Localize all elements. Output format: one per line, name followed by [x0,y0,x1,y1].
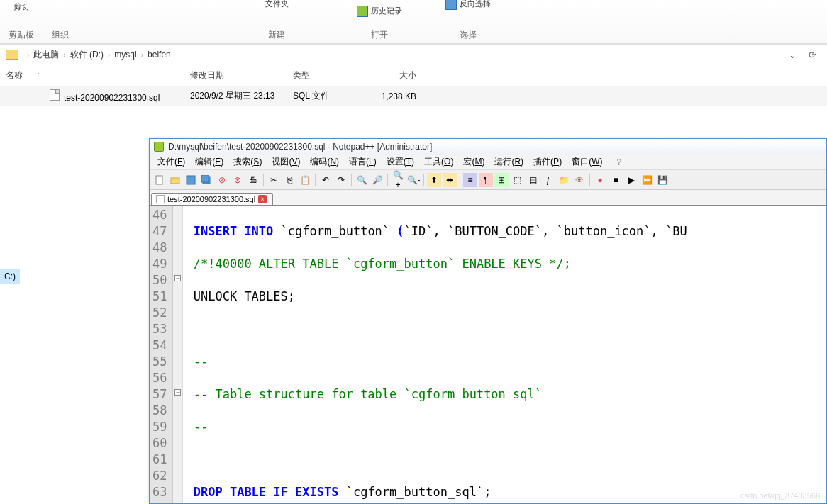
npp-tab-bar: test-20200902231300.sql × [150,190,826,206]
line-number-gutter: 464748495051525354555657585960616263 [150,206,173,503]
file-icon [50,89,60,101]
sync-v-icon[interactable]: ⬍ [427,173,441,187]
group-new: 新建 [227,29,326,41]
zoom-out-icon[interactable]: 🔍- [406,173,421,187]
show-all-icon[interactable]: ¶ [479,173,493,187]
menu-settings[interactable]: 设置(T) [382,155,419,169]
copy-icon[interactable]: ⎘ [282,173,296,187]
address-bar[interactable]: › 此电脑 › 软件 (D:) › mysql › beifen ⌄ ⟳ [0,44,827,65]
wordwrap-icon[interactable]: ≡ [463,173,477,187]
editor-area[interactable]: 464748495051525354555657585960616263 − −… [150,206,826,503]
stop-macro-icon[interactable]: ■ [609,173,623,187]
sync-h-icon[interactable]: ⬌ [443,173,457,187]
print-icon[interactable]: 🖶 [246,173,260,187]
notepadpp-window: D:\mysql\beifen\test-20200902231300.sql … [149,138,827,504]
paste-icon[interactable]: 📋 [298,173,312,187]
invert-select-button[interactable]: 反向选择 [441,0,495,11]
save-all-icon[interactable] [199,173,213,187]
new-file-icon[interactable] [152,173,167,187]
menu-edit[interactable]: 编辑(E) [190,155,228,169]
indent-guide-icon[interactable]: ⊞ [494,173,509,187]
npp-menubar: 文件(F) 编辑(E) 搜索(S) 视图(V) 编码(N) 语言(L) 设置(T… [150,155,826,170]
file-modified: 2020/9/2 星期三 23:13 [184,90,287,102]
monitor-icon[interactable]: 👁 [572,173,587,187]
file-type: SQL 文件 [287,90,372,102]
file-name: test-20200902231300.sql [64,93,160,103]
save-macro-icon[interactable]: 💾 [655,173,670,187]
tab-file-icon [156,195,165,203]
group-open: 打开 [333,29,426,41]
path-seg-mysql[interactable]: mysql [114,50,136,60]
code-content[interactable]: INSERT INTO `cgform_button` (`ID`, `BUTT… [183,206,689,503]
menu-macro[interactable]: 宏(M) [458,155,489,169]
group-select: 选择 [426,29,511,41]
menu-window[interactable]: 窗口(W) [567,155,607,169]
replace-icon[interactable]: 🔎 [370,173,384,187]
npp-title-text: D:\mysql\beifen\test-20200902231300.sql … [168,142,432,152]
udl-icon[interactable]: ⬚ [510,173,524,187]
col-name[interactable]: 名称˄ [0,69,184,82]
cut-icon[interactable]: ✂ [267,173,281,187]
menu-view[interactable]: 视图(V) [267,155,305,169]
menu-tools[interactable]: 工具(O) [419,155,458,169]
menu-help[interactable]: ? [611,156,626,169]
fold-margin[interactable]: − − [173,206,183,503]
fold-box-icon[interactable]: − [174,275,181,281]
nav-pane: C:) [0,269,20,284]
history-icon [357,6,368,17]
invert-icon [445,0,457,10]
open-file-icon[interactable] [168,173,182,187]
svg-rect-1 [171,178,179,184]
nav-item-c[interactable]: C:) [0,269,20,284]
npp-titlebar[interactable]: D:\mysql\beifen\test-20200902231300.sql … [150,139,826,155]
path-dropdown-button[interactable]: ⌄ [783,47,801,62]
path-seg-drive[interactable]: 软件 (D:) [70,49,104,61]
save-icon[interactable] [184,173,198,187]
folder-icon [6,50,18,60]
svg-rect-0 [156,176,162,184]
svg-rect-2 [187,176,195,184]
path-seg-beifen[interactable]: beifen [148,50,171,60]
col-modified[interactable]: 修改日期 [184,69,287,82]
play-multi-icon[interactable]: ⏩ [640,173,654,187]
menu-plugins[interactable]: 插件(P) [528,155,567,169]
play-macro-icon[interactable]: ▶ [624,173,638,187]
record-macro-icon[interactable]: ● [593,173,607,187]
folder-view-icon[interactable]: 📁 [557,173,571,187]
close-icon[interactable]: ⊘ [215,173,229,187]
tab-label: test-20200902231300.sql [167,195,255,203]
menu-run[interactable]: 运行(R) [489,155,528,169]
explorer-ribbon: 剪切 剪贴板 组织 文件夹 新建 历史记录 打开 反向选择 选择 [0,0,827,44]
path-seg-pc[interactable]: 此电脑 [33,49,59,61]
npp-toolbar: ⊘ ⊗ 🖶 ✂ ⎘ 📋 ↶ ↷ 🔍 🔎 🔍+ 🔍- ⬍ ⬌ ≡ ¶ ⊞ ⬚ ▤ … [150,170,826,190]
history-button[interactable]: 历史记录 [353,4,406,18]
col-type[interactable]: 类型 [287,69,372,82]
menu-lang[interactable]: 语言(L) [344,155,382,169]
redo-icon[interactable]: ↷ [334,173,348,187]
file-list-header: 名称˄ 修改日期 类型 大小 [0,65,827,86]
undo-icon[interactable]: ↶ [318,173,333,187]
new-folder-button[interactable]: 文件夹 [261,0,293,11]
func-list-icon[interactable]: ƒ [541,173,555,187]
doc-map-icon[interactable]: ▤ [526,173,540,187]
menu-search[interactable]: 搜索(S) [228,155,267,169]
svg-rect-4 [201,175,209,182]
file-size: 1,238 KB [372,91,422,101]
find-icon[interactable]: 🔍 [355,173,369,187]
zoom-in-icon[interactable]: 🔍+ [391,173,405,187]
file-row[interactable]: test-20200902231300.sql 2020/9/2 星期三 23:… [0,86,827,106]
sort-asc-icon: ˄ [37,72,40,79]
tab-sql-file[interactable]: test-20200902231300.sql × [151,193,273,205]
menu-file[interactable]: 文件(F) [152,155,190,169]
refresh-button[interactable]: ⟳ [803,47,821,62]
close-all-icon[interactable]: ⊗ [231,173,245,187]
col-size[interactable]: 大小 [372,69,422,82]
fold-box-icon[interactable]: − [174,389,181,396]
menu-encoding[interactable]: 编码(N) [305,155,344,169]
npp-app-icon [154,142,164,152]
tab-close-icon[interactable]: × [258,195,267,203]
watermark: csdn.net/qq_37403566 [740,491,820,500]
group-org: 组织 [0,29,121,41]
